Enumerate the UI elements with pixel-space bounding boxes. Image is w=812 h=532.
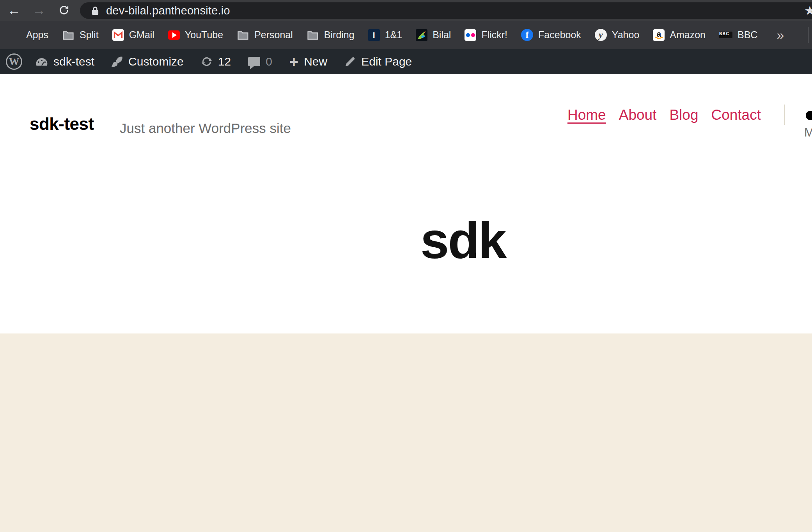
forward-button[interactable]: →: [30, 2, 48, 19]
bookmark-bilal[interactable]: Bilal: [416, 29, 451, 41]
bookmark-1and1[interactable]: I 1&1: [368, 29, 402, 41]
url-text: dev-bilal.pantheonsite.io: [106, 4, 230, 17]
wp-comments-menu[interactable]: 0: [248, 55, 272, 68]
gmail-icon: [112, 29, 124, 41]
updates-icon: [201, 56, 213, 67]
bookmarks-overflow-chevron[interactable]: »: [777, 27, 784, 43]
wp-logo-menu[interactable]: W: [6, 53, 22, 70]
bookmarks-bar: Apps Split GMail YouTube: [0, 21, 812, 49]
bookmark-folder-split[interactable]: Split: [62, 29, 99, 41]
bookmark-folder-birding[interactable]: Birding: [307, 29, 355, 41]
browser-toolbar: ← → dev-bilal.pantheonsite.io ★: [0, 0, 812, 21]
browser-window: ← → dev-bilal.pantheonsite.io ★ App: [0, 0, 812, 532]
nav-link-about[interactable]: About: [619, 107, 657, 123]
facebook-icon: f: [521, 29, 533, 41]
back-button[interactable]: ←: [5, 2, 23, 19]
wp-customize-menu[interactable]: Customize: [112, 55, 184, 68]
featured-logo-image: sdk: [420, 215, 505, 266]
folder-icon: [237, 29, 249, 41]
bbc-icon: BBC: [719, 32, 732, 38]
pencil-icon: [344, 56, 356, 67]
primary-navigation: Home About Blog Contact: [567, 107, 761, 123]
wp-site-name-menu[interactable]: sdk-test: [35, 55, 94, 68]
amazon-icon: a: [653, 29, 665, 41]
flickr-icon: [465, 29, 476, 41]
bookmark-youtube[interactable]: YouTube: [168, 29, 223, 41]
lock-icon: [91, 5, 99, 16]
post-content-section: Split: sample_feature, Treatment = off E…: [0, 333, 812, 532]
hummingbird-icon: [416, 29, 427, 41]
bookmark-amazon[interactable]: a Amazon: [653, 29, 706, 41]
reload-button[interactable]: [55, 2, 73, 19]
one-and-one-icon: I: [368, 29, 380, 41]
header-divider: [784, 105, 785, 125]
wordpress-logo-icon: W: [6, 53, 22, 70]
bookmark-gmail[interactable]: GMail: [112, 29, 154, 41]
nav-link-contact[interactable]: Contact: [711, 107, 761, 123]
bookmark-bbc[interactable]: BBC BBC: [719, 29, 757, 41]
apps-grid-icon: [9, 29, 21, 41]
dashboard-gauge-icon: [35, 57, 48, 66]
wp-edit-page-menu[interactable]: Edit Page: [344, 55, 412, 68]
bookmark-apps[interactable]: Apps: [9, 29, 48, 41]
search-toggle-icon-partial[interactable]: [806, 111, 812, 120]
wp-new-menu[interactable]: + New: [289, 55, 327, 68]
bookmark-star-icon[interactable]: ★: [804, 3, 812, 18]
site-title[interactable]: sdk-test: [30, 114, 94, 134]
wp-updates-menu[interactable]: 12: [201, 55, 231, 68]
comment-bubble-icon: [248, 57, 260, 66]
folder-icon: [62, 29, 74, 41]
paintbrush-icon: [112, 56, 123, 67]
yahoo-icon: y: [595, 29, 607, 41]
bookmark-facebook[interactable]: f Facebook: [521, 29, 581, 41]
bookmark-yahoo[interactable]: y Yahoo: [595, 29, 639, 41]
folder-icon: [307, 29, 319, 41]
reload-icon: [58, 4, 70, 16]
nav-link-home[interactable]: Home: [567, 107, 606, 123]
wp-admin-bar: W sdk-test Customize: [0, 49, 812, 74]
bookmark-folder-personal[interactable]: Personal: [237, 29, 293, 41]
menu-label-partial[interactable]: M: [804, 126, 812, 140]
address-bar[interactable]: dev-bilal.pantheonsite.io: [80, 2, 812, 19]
plus-icon: +: [289, 56, 298, 67]
site-tagline: Just another WordPress site: [120, 121, 291, 136]
bookmark-flickr[interactable]: Flickr!: [465, 29, 507, 41]
youtube-icon: [168, 30, 180, 40]
nav-link-blog[interactable]: Blog: [669, 107, 698, 123]
bookmarks-bar-divider: [808, 27, 808, 43]
